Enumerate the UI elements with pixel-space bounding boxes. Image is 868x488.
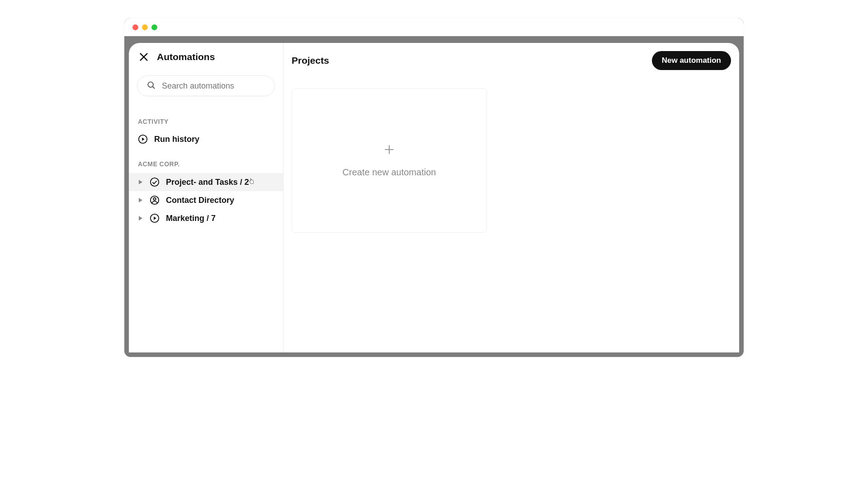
main: Projects New automation Create new autom… [283, 43, 739, 352]
close-icon[interactable] [138, 51, 150, 63]
search-input[interactable] [162, 81, 267, 91]
new-automation-button[interactable]: New automation [652, 51, 731, 70]
svg-point-10 [153, 198, 156, 201]
svg-point-7 [151, 178, 159, 186]
pointer-cursor-icon [249, 178, 254, 187]
svg-marker-8 [139, 198, 142, 202]
chevron-right-icon [138, 216, 143, 221]
main-body: Create new automation [283, 78, 739, 352]
app-window: Automations ACTIVITY Run history [124, 18, 744, 357]
sidebar-header: Automations [129, 43, 283, 71]
svg-marker-13 [154, 216, 156, 220]
sidebar-title: Automations [157, 52, 215, 62]
section-label-activity: ACTIVITY [129, 105, 283, 131]
chevron-right-icon [138, 180, 143, 184]
window-close-button[interactable] [132, 24, 138, 30]
sidebar: Automations ACTIVITY Run history [129, 43, 283, 352]
sidebar-item-label: Project- and Tasks / 2 [166, 178, 249, 187]
search-wrap [129, 71, 283, 105]
sidebar-item-marketing[interactable]: Marketing / 7 [129, 209, 283, 227]
play-circle-icon [138, 134, 148, 144]
sidebar-item-label: Contact Directory [166, 196, 234, 205]
main-header: Projects New automation [283, 43, 739, 78]
sidebar-item-contact-directory[interactable]: Contact Directory [129, 191, 283, 209]
create-automation-label: Create new automation [343, 167, 436, 178]
sidebar-item-label: Marketing / 7 [166, 214, 216, 223]
run-history-item[interactable]: Run history [129, 131, 283, 148]
search-icon [146, 80, 156, 91]
search-box[interactable] [137, 75, 275, 96]
svg-line-3 [153, 87, 155, 89]
run-history-label: Run history [154, 135, 199, 144]
chevron-right-icon [138, 198, 143, 202]
check-circle-icon [150, 177, 160, 187]
user-circle-icon [150, 195, 160, 205]
sidebar-item-projects-tasks[interactable]: Project- and Tasks / 2 [129, 173, 283, 191]
window-minimize-button[interactable] [142, 24, 148, 30]
svg-marker-6 [139, 180, 142, 184]
play-circle-icon [150, 213, 160, 223]
page-title: Projects [292, 55, 329, 66]
create-automation-card[interactable]: Create new automation [292, 88, 487, 233]
chrome-gap [124, 36, 744, 43]
app-frame: Automations ACTIVITY Run history [124, 43, 744, 357]
window-zoom-button[interactable] [151, 24, 157, 30]
svg-marker-11 [139, 216, 142, 221]
app-surface: Automations ACTIVITY Run history [129, 43, 739, 352]
titlebar [124, 18, 744, 36]
plus-icon [383, 144, 395, 157]
svg-marker-5 [142, 137, 145, 141]
section-label-workspace: ACME CORP. [129, 148, 283, 173]
